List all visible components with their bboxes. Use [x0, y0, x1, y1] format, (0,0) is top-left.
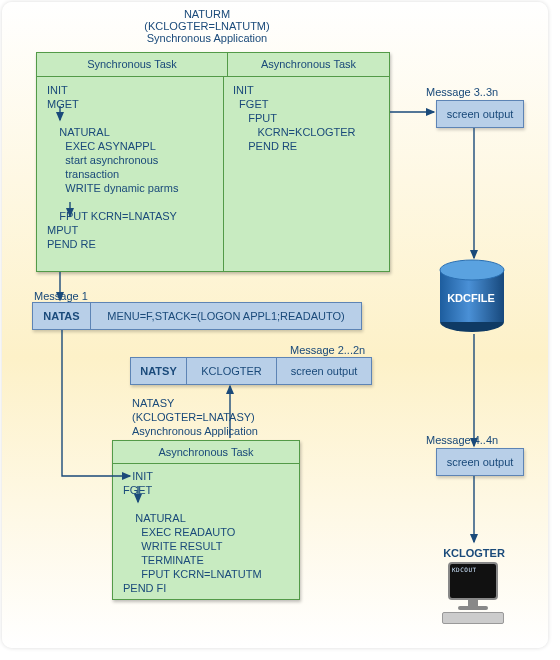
screen-output-bottom-text: screen output: [447, 456, 514, 468]
svg-point-0: [440, 312, 504, 332]
terminal-icon: KDCOUT: [442, 562, 504, 624]
async-app-label: NATASY (KCLOGTER=LNATASY) Asynchronous A…: [132, 396, 258, 438]
sync-left-code: INIT MGET NATURAL EXEC ASYNAPPL start as…: [47, 83, 178, 251]
msg1-box: NATAS MENU=F,STACK=(LOGON APPL1;READAUTO…: [32, 302, 362, 330]
title-l2: (KCLOGTER=LNATUTM): [97, 20, 317, 32]
async-app-l1: NATASY: [132, 396, 258, 410]
async-box-header: Asynchronous Task: [113, 441, 299, 464]
svg-point-2: [440, 260, 504, 280]
sync-header-left: Synchronous Task: [37, 53, 228, 77]
msg1-cell2: MENU=F,STACK=(LOGON APPL1;READAUTO): [91, 303, 361, 329]
diagram-canvas: NATURM (KCLOGTER=LNATUTM) Synchronous Ap…: [2, 2, 548, 648]
kdcfile-label: KDCFILE: [440, 292, 502, 304]
msg2-cell3: screen output: [277, 358, 371, 384]
async-app-l2: (KCLOGTER=LNATASY): [132, 410, 258, 424]
screen-output-top: screen output: [436, 100, 524, 128]
msg2-cell1: NATSY: [131, 358, 187, 384]
msg2-label: Message 2...2n: [290, 344, 365, 356]
msg1-cell1: NATAS: [33, 303, 91, 329]
sync-header-right: Asynchronous Task: [228, 53, 389, 77]
sync-vdivider: [223, 77, 224, 271]
terminal-screen-text: KDCOUT: [450, 564, 496, 575]
msg3-label: Message 3..3n: [426, 86, 498, 98]
msg2-box: NATSY KCLOGTER screen output: [130, 357, 372, 385]
msg2-cell2: KCLOGTER: [187, 358, 277, 384]
async-box-code: INIT FGET NATURAL EXEC READAUTO WRITE RE…: [123, 469, 262, 595]
kclogter-label: KCLOGTER: [434, 547, 514, 559]
title-block: NATURM (KCLOGTER=LNATUTM) Synchronous Ap…: [97, 8, 317, 44]
title-l1: NATURM: [97, 8, 317, 20]
sync-right-code: INIT FGET FPUT KCRN=KCLOGTER PEND RE: [233, 83, 356, 153]
screen-output-top-text: screen output: [447, 108, 514, 120]
async-app-l3: Asynchronous Application: [132, 424, 258, 438]
title-l3: Synchronous Application: [97, 32, 317, 44]
screen-output-bottom: screen output: [436, 448, 524, 476]
msg1-label: Message 1: [34, 290, 88, 302]
async-box: Asynchronous Task INIT FGET NATURAL EXEC…: [112, 440, 300, 600]
sync-box: Synchronous Task Asynchronous Task INIT …: [36, 52, 390, 272]
msg4-label: Message 4..4n: [426, 434, 498, 446]
